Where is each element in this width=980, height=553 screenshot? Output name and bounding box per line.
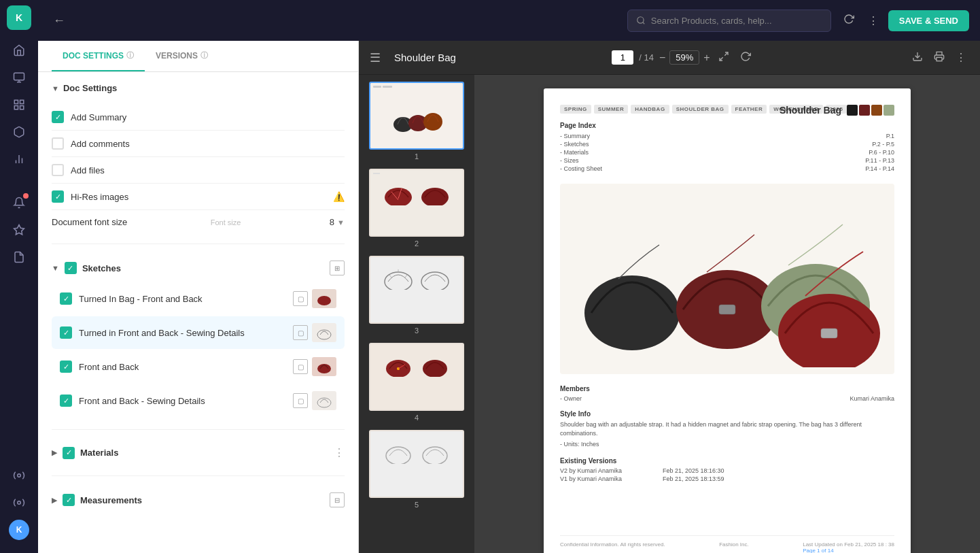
materials-more-icon[interactable]: ⋮	[334, 446, 345, 459]
pdf-page-input[interactable]	[612, 50, 633, 65]
materials-checkbox[interactable]: ✓	[63, 447, 75, 459]
front-back-checkbox[interactable]: ✓	[60, 361, 72, 373]
pdf-body: 1	[359, 75, 980, 553]
footer-last-updated: Last Updated on Feb 21, 2025 18 : 38 Pag…	[803, 541, 894, 553]
front-back-layout-btn[interactable]: ▢	[293, 359, 308, 374]
turned-in-bag-checkbox[interactable]: ✓	[60, 292, 72, 305]
tab-doc-settings[interactable]: DOC SETTINGS ⓘ	[52, 41, 145, 71]
add-comments-checkbox[interactable]	[52, 137, 64, 150]
pdf-thumbnails: 1	[359, 75, 474, 553]
sketches-section-checkbox[interactable]: ✓	[65, 262, 77, 274]
sidebar-item-cards[interactable]	[7, 65, 31, 90]
style-info-section: Style Info Shoulder bag with an adjustab…	[560, 410, 894, 449]
search-bar[interactable]: Search Products, cards, help...	[627, 10, 831, 32]
svg-marker-10	[14, 225, 24, 235]
sidebar-item-docs[interactable]	[7, 245, 31, 269]
more-options-pdf-button[interactable]: ⋮	[953, 48, 969, 67]
svg-rect-22	[937, 57, 942, 61]
turned-in-sewing-label: Turned in Front and Back - Sewing Detail…	[79, 328, 286, 338]
pdf-thumb-2[interactable]: 2	[364, 169, 469, 248]
measurements-label: Measurements	[80, 495, 324, 505]
front-back-sewing-icons: ▢	[293, 391, 336, 410]
hi-res-label: Hi-Res images	[71, 192, 326, 202]
save-send-button[interactable]: SAVE & SEND	[888, 10, 969, 31]
sidebar-item-star[interactable]	[7, 218, 31, 242]
add-summary-row: ✓ Add Summary	[52, 104, 345, 131]
page-1-swatches	[847, 105, 894, 116]
sketch-item-turned-in-sewing: ✓ Turned in Front and Back - Sewing Deta…	[52, 316, 345, 349]
sidebar-item-grid[interactable]	[7, 93, 31, 117]
hi-res-row: ✓ Hi-Res images ⚠️	[52, 184, 345, 210]
top-bar: ← Search Products, cards, help... ⋮ SAVE…	[38, 0, 980, 41]
members-section: Members - Owner Kumari Anamika	[560, 385, 894, 402]
pdf-thumb-4[interactable]: 4	[364, 343, 469, 422]
measurements-section: ▶ ✓ Measurements ⊟	[52, 482, 345, 518]
more-options-button[interactable]: ⋮	[864, 10, 883, 31]
sidebar-item-avatar[interactable]: K	[7, 518, 31, 542]
doc-settings-chevron[interactable]: ▼	[52, 84, 59, 93]
sidebar-item-chart[interactable]	[7, 147, 31, 171]
hi-res-warning-icon: ⚠️	[333, 191, 345, 202]
page-1-footer: Confidential Information. All rights res…	[560, 535, 894, 553]
pdf-menu-button[interactable]: ☰	[370, 50, 381, 65]
swatch-dark	[847, 105, 858, 116]
measurements-checkbox[interactable]: ✓	[63, 494, 75, 506]
sidebar-item-home[interactable]	[7, 38, 31, 63]
front-back-sewing-checkbox[interactable]: ✓	[60, 395, 72, 407]
turned-in-bag-layout-btn[interactable]: ▢	[293, 291, 308, 306]
page-1-bag-illustration	[571, 190, 883, 367]
svg-point-11	[18, 474, 21, 477]
app-logo: K	[7, 5, 31, 30]
svg-line-33	[405, 275, 407, 278]
tag-feather: FEATHER	[731, 105, 767, 114]
pdf-thumb-3[interactable]: 3	[364, 256, 469, 335]
add-files-checkbox[interactable]	[52, 164, 64, 176]
rotate-button[interactable]	[737, 48, 754, 67]
sidebar-item-notifications[interactable]	[7, 190, 31, 215]
download-button[interactable]	[909, 48, 926, 67]
fit-page-button[interactable]	[716, 48, 732, 67]
zoom-out-button[interactable]: −	[659, 52, 665, 64]
pdf-thumb-img-3	[369, 256, 464, 324]
sketches-layout-icon[interactable]: ⊞	[330, 261, 345, 275]
versions-info-icon: ⓘ	[200, 50, 208, 61]
font-size-dropdown-arrow[interactable]: ▼	[337, 218, 345, 227]
pdf-main-content: SPRING SUMMER HANDBAG SHOULDER BAG FEATH…	[474, 75, 980, 553]
sidebar-item-cube[interactable]	[7, 120, 31, 144]
zoom-in-button[interactable]: +	[703, 52, 710, 64]
members-owner-value: Kumari Anamika	[850, 395, 894, 402]
turned-in-sewing-layout-btn[interactable]: ▢	[293, 325, 308, 340]
svg-point-12	[18, 501, 21, 505]
measurements-chevron[interactable]: ▶	[52, 496, 57, 505]
refresh-button[interactable]	[839, 10, 858, 31]
print-button[interactable]	[931, 48, 947, 67]
sketches-chevron[interactable]: ▼	[52, 264, 59, 272]
front-back-sewing-layout-btn[interactable]: ▢	[293, 393, 308, 408]
font-size-label: Document font size	[52, 217, 127, 227]
pdf-page-1: SPRING SUMMER HANDBAG SHOULDER BAG FEATH…	[544, 88, 911, 553]
add-summary-checkbox[interactable]: ✓	[52, 111, 64, 123]
versions-title: Existing Versions	[560, 457, 894, 465]
measurements-layout-icon[interactable]: ⊟	[330, 492, 345, 507]
version-row-v1: V1 by Kumari Anamika Feb 21, 2025 18:13:…	[560, 475, 894, 482]
materials-chevron[interactable]: ▶	[52, 448, 57, 457]
page-1-main-image	[560, 184, 894, 374]
turned-in-bag-thumbnail	[312, 289, 336, 308]
hi-res-checkbox[interactable]: ✓	[52, 190, 64, 203]
turned-in-bag-label: Turned In Bag - Front and Back	[79, 294, 286, 304]
style-info-text: Shoulder bag with an adjustable strap. I…	[560, 420, 894, 437]
back-button[interactable]: ←	[49, 10, 69, 32]
svg-rect-3	[14, 100, 18, 103]
pdf-viewer: ☰ Shoulder Bag / 14 − 59% +	[359, 41, 980, 553]
svg-point-25	[423, 113, 442, 131]
font-size-control[interactable]: 8 ▼	[330, 217, 345, 227]
svg-rect-46	[821, 329, 837, 338]
sidebar-item-settings[interactable]	[7, 490, 31, 515]
pdf-thumb-5[interactable]: 5	[364, 430, 469, 509]
page-1-product-title: Shoulder Bag	[780, 105, 841, 116]
pdf-thumb-1[interactable]: 1	[364, 82, 469, 161]
turned-in-sewing-checkbox[interactable]: ✓	[60, 326, 72, 339]
tab-versions[interactable]: VERSIONS ⓘ	[145, 41, 219, 71]
pdf-toolbar: ☰ Shoulder Bag / 14 − 59% +	[359, 41, 980, 75]
sidebar-item-bell[interactable]	[7, 463, 31, 488]
